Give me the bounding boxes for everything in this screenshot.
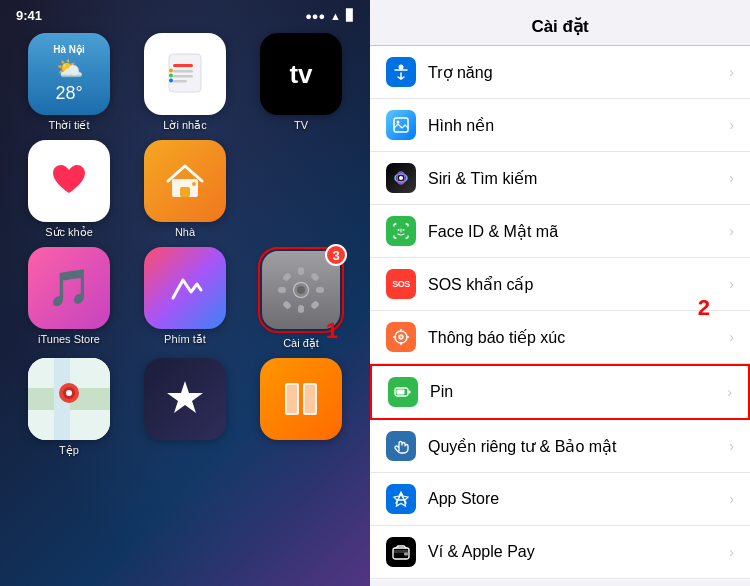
app-weather[interactable]: Hà Nội ⛅ 28° Thời tiết (18, 33, 120, 132)
svg-rect-16 (316, 287, 324, 293)
appstore-icon (386, 484, 416, 514)
contact-chevron: › (729, 329, 734, 345)
svg-rect-52 (397, 390, 405, 395)
gear-icon (276, 265, 326, 315)
app-shortcuts-label: Phím tắt (164, 333, 206, 346)
status-icons: ●●● ▲ ▊ (305, 9, 354, 22)
svg-rect-56 (404, 553, 408, 556)
settings-panel: Cài đặt Trợ năng › Hình nền (370, 0, 750, 586)
siri-label: Siri & Tìm kiếm (428, 169, 717, 188)
accessibility-icon (386, 57, 416, 87)
settings-title: Cài đặt (531, 17, 588, 36)
svg-rect-18 (310, 272, 320, 282)
wallpaper-icon (386, 110, 416, 140)
app-books[interactable] (250, 358, 352, 457)
svg-rect-14 (298, 305, 304, 313)
settings-item-appstore[interactable]: App Store › (370, 473, 750, 526)
settings-item-faceid[interactable]: Face ID & Mật mã › (370, 205, 750, 258)
settings-item-wallpaper[interactable]: Hình nền › (370, 99, 750, 152)
battery-chevron: › (727, 384, 732, 400)
app-home-label: Nhà (175, 226, 195, 238)
step-1-label: 1 (326, 318, 338, 344)
svg-point-36 (397, 121, 400, 124)
privacy-chevron: › (729, 438, 734, 454)
app-health[interactable]: Sức khỏe (18, 140, 120, 239)
settings-item-password[interactable]: Mật khẩu › (370, 579, 750, 580)
siri-chevron: › (729, 170, 734, 186)
svg-point-34 (399, 65, 404, 70)
svg-point-22 (297, 286, 305, 294)
svg-rect-31 (287, 385, 297, 413)
settings-item-wallet[interactable]: Ví & Apple Pay › (370, 526, 750, 579)
svg-point-40 (398, 229, 400, 231)
app-settings-label: Cài đặt (283, 337, 319, 350)
svg-rect-17 (282, 272, 292, 282)
faceid-icon (386, 216, 416, 246)
app-itunes[interactable]: 🎵 iTunes Store (18, 247, 120, 350)
wallet-icon (386, 537, 416, 567)
svg-marker-29 (167, 381, 203, 413)
contact-label: Thông báo tiếp xúc (428, 328, 717, 347)
appstore-chevron: › (729, 491, 734, 507)
settings-item-sos[interactable]: SOS SOS khẩn cấp › (370, 258, 750, 311)
svg-point-5 (169, 69, 173, 73)
wallet-chevron: › (729, 544, 734, 560)
app-itunes-label: iTunes Store (38, 333, 100, 345)
faceid-label: Face ID & Mật mã (428, 222, 717, 241)
wifi-icon: ▲ (330, 10, 341, 22)
accessibility-label: Trợ năng (428, 63, 717, 82)
app-shortcuts[interactable]: Phím tắt (134, 247, 236, 350)
app-tv[interactable]: tv TV (250, 33, 352, 132)
battery-label: Pin (430, 383, 715, 401)
settings-header: Cài đặt (370, 0, 750, 46)
wallpaper-label: Hình nền (428, 116, 717, 135)
svg-rect-2 (173, 70, 193, 73)
svg-rect-15 (278, 287, 286, 293)
settings-item-privacy[interactable]: Quyền riêng tư & Bảo mật › (370, 420, 750, 473)
app-home[interactable]: Nhà (134, 140, 236, 239)
settings-item-contact[interactable]: Thông báo tiếp xúc › (370, 311, 750, 364)
privacy-icon (386, 431, 416, 461)
settings-list[interactable]: Trợ năng › Hình nền › (370, 46, 750, 580)
sos-chevron: › (729, 276, 734, 292)
svg-rect-35 (394, 118, 408, 132)
settings-item-battery[interactable]: Pin › (370, 364, 750, 420)
app-placeholder (250, 140, 352, 239)
app-star[interactable] (134, 358, 236, 457)
app-reminders-label: Lời nhắc (163, 119, 206, 132)
home-screen: 9:41 ●●● ▲ ▊ Hà Nội ⛅ 28° Thời tiết (0, 0, 370, 586)
svg-rect-3 (173, 75, 193, 78)
status-time: 9:41 (16, 8, 42, 23)
settings-item-accessibility[interactable]: Trợ năng › (370, 46, 750, 99)
appstore-label: App Store (428, 490, 717, 508)
svg-point-6 (169, 74, 173, 78)
svg-point-28 (66, 390, 72, 396)
app-maps-label: Tệp (59, 444, 79, 457)
app-tv-label: TV (294, 119, 308, 131)
privacy-label: Quyền riêng tư & Bảo mật (428, 437, 717, 456)
app-reminders[interactable]: Lời nhắc (134, 33, 236, 132)
svg-rect-0 (169, 54, 201, 92)
svg-point-11 (192, 182, 196, 186)
sos-label: SOS khẩn cấp (428, 275, 717, 294)
svg-point-7 (169, 79, 173, 83)
sos-icon: SOS (386, 269, 416, 299)
svg-point-39 (399, 176, 403, 180)
svg-rect-19 (282, 300, 292, 310)
svg-point-45 (400, 336, 402, 338)
status-bar: 9:41 ●●● ▲ ▊ (0, 0, 370, 27)
wallet-label: Ví & Apple Pay (428, 543, 717, 561)
svg-rect-20 (310, 300, 320, 310)
settings-badge: 3 (325, 244, 347, 266)
svg-rect-4 (173, 80, 187, 83)
siri-icon (386, 163, 416, 193)
svg-rect-13 (298, 267, 304, 275)
svg-rect-33 (305, 385, 315, 413)
wallpaper-chevron: › (729, 117, 734, 133)
svg-rect-10 (180, 187, 190, 197)
settings-item-siri[interactable]: Siri & Tìm kiếm › (370, 152, 750, 205)
accessibility-chevron: › (729, 64, 734, 80)
app-health-label: Sức khỏe (45, 226, 93, 239)
app-maps[interactable]: Tệp (18, 358, 120, 457)
faceid-chevron: › (729, 223, 734, 239)
